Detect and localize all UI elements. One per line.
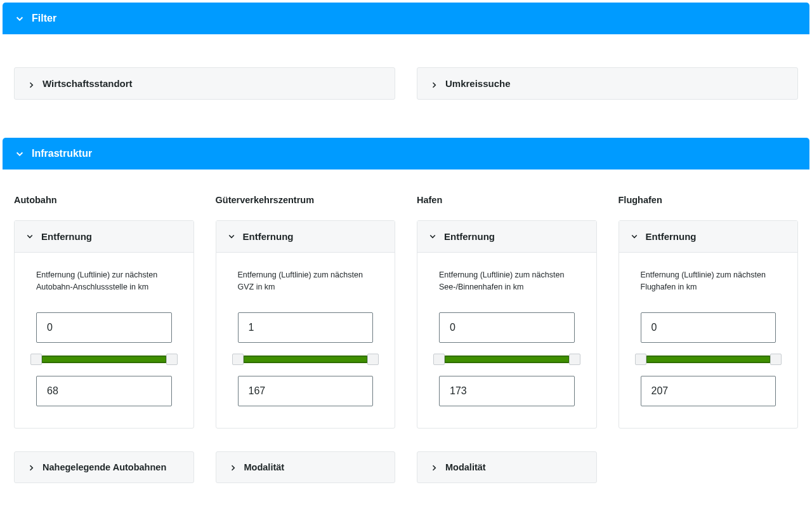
min-input[interactable] — [238, 312, 374, 343]
min-input[interactable] — [641, 312, 776, 343]
card-title: Entfernung — [41, 231, 92, 242]
slider-track — [646, 356, 771, 363]
distance-card-hafen: Entfernung Entfernung (Luftlinie) zum nä… — [417, 220, 597, 429]
distance-description: Entfernung (Luftlinie) zur nächsten Auto… — [36, 269, 172, 293]
card-header[interactable]: Entfernung — [216, 221, 395, 253]
card-header[interactable]: Entfernung — [15, 221, 193, 253]
infrastruktur-header[interactable]: Infrastruktur — [3, 138, 809, 170]
panel-label: Modalität — [244, 462, 285, 472]
chevron-right-icon — [430, 80, 438, 88]
chevron-right-icon — [27, 80, 35, 88]
column-heading: Güterverkehrszentrum — [216, 195, 396, 205]
slider-handle-max[interactable] — [166, 354, 178, 365]
chevron-down-icon — [26, 231, 34, 242]
slider-handle-min[interactable] — [433, 354, 445, 365]
card-title: Entfernung — [444, 231, 495, 242]
chevron-right-icon — [229, 463, 237, 471]
panel-label: Modalität — [445, 462, 486, 472]
card-title: Entfernung — [243, 231, 294, 242]
filter-section: Filter Wirtschaftsstandort Umkreissuche — [3, 3, 809, 119]
infra-lower-row: Nahegelegende Autobahnen Modalität Modal… — [3, 429, 809, 483]
slider-handle-min[interactable] — [30, 354, 42, 365]
column-heading: Hafen — [417, 195, 597, 205]
panel-label: Umkreissuche — [445, 78, 511, 89]
max-input[interactable] — [36, 376, 172, 406]
panel-modalitaet-hafen[interactable]: Modalität — [417, 451, 597, 483]
slider-handle-min[interactable] — [635, 354, 646, 365]
distance-card-flughafen: Entfernung Entfernung (Luftlinie) zum nä… — [619, 220, 799, 429]
panel-wirtschaftsstandort[interactable]: Wirtschaftsstandort — [14, 67, 395, 100]
range-slider[interactable] — [434, 353, 580, 366]
chevron-right-icon — [27, 463, 35, 471]
filter-header[interactable]: Filter — [3, 3, 809, 34]
slider-handle-min[interactable] — [232, 354, 244, 365]
max-input[interactable] — [439, 376, 575, 406]
range-slider[interactable] — [31, 353, 177, 366]
chevron-down-icon — [15, 149, 24, 158]
slider-handle-max[interactable] — [770, 354, 782, 365]
distance-card-autobahn: Entfernung Entfernung (Luftlinie) zur nä… — [14, 220, 194, 429]
card-title: Entfernung — [646, 231, 697, 242]
range-slider[interactable] — [233, 353, 379, 366]
distance-description: Entfernung (Luftlinie) zum nächsten Flug… — [641, 269, 776, 293]
infra-column-autobahn: Autobahn Entfernung Entfernung (Luftlini… — [14, 195, 194, 429]
panel-nahegelegende-autobahnen[interactable]: Nahegelegende Autobahnen — [14, 451, 194, 483]
min-input[interactable] — [36, 312, 172, 343]
card-header[interactable]: Entfernung — [619, 221, 798, 253]
slider-handle-max[interactable] — [367, 354, 379, 365]
distance-description: Entfernung (Luftlinie) zum nächsten See-… — [439, 269, 575, 293]
min-input[interactable] — [439, 312, 575, 343]
chevron-down-icon — [429, 231, 436, 242]
slider-track — [444, 356, 570, 363]
chevron-down-icon — [15, 14, 24, 23]
chevron-right-icon — [430, 463, 438, 471]
slider-track — [41, 356, 167, 363]
range-slider[interactable] — [636, 353, 782, 366]
column-heading: Flughafen — [619, 195, 799, 205]
column-heading: Autobahn — [14, 195, 194, 205]
chevron-down-icon — [631, 231, 638, 242]
panel-umkreissuche[interactable]: Umkreissuche — [417, 67, 798, 100]
distance-card-gvz: Entfernung Entfernung (Luftlinie) zum nä… — [216, 220, 396, 429]
max-input[interactable] — [641, 376, 776, 406]
max-input[interactable] — [238, 376, 374, 406]
infra-grid: Autobahn Entfernung Entfernung (Luftlini… — [3, 170, 809, 429]
infra-column-hafen: Hafen Entfernung Entfernung (Luftlinie) … — [417, 195, 597, 429]
panel-label: Wirtschaftsstandort — [43, 78, 133, 89]
infrastruktur-title: Infrastruktur — [32, 148, 92, 159]
chevron-down-icon — [228, 231, 235, 242]
distance-description: Entfernung (Luftlinie) zum nächsten GVZ … — [238, 269, 374, 293]
filter-title: Filter — [32, 13, 56, 24]
panel-modalitaet-gvz[interactable]: Modalität — [216, 451, 396, 483]
panel-label: Nahegelegende Autobahnen — [43, 462, 166, 472]
filter-body: Wirtschaftsstandort Umkreissuche — [3, 34, 809, 119]
card-header[interactable]: Entfernung — [417, 221, 596, 253]
slider-handle-max[interactable] — [569, 354, 580, 365]
infra-column-gvz: Güterverkehrszentrum Entfernung Entfernu… — [216, 195, 396, 429]
infrastruktur-section: Infrastruktur Autobahn Entfernung Entfer… — [3, 138, 809, 483]
infra-column-flughafen: Flughafen Entfernung Entfernung (Luftlin… — [619, 195, 799, 429]
slider-track — [243, 356, 369, 363]
